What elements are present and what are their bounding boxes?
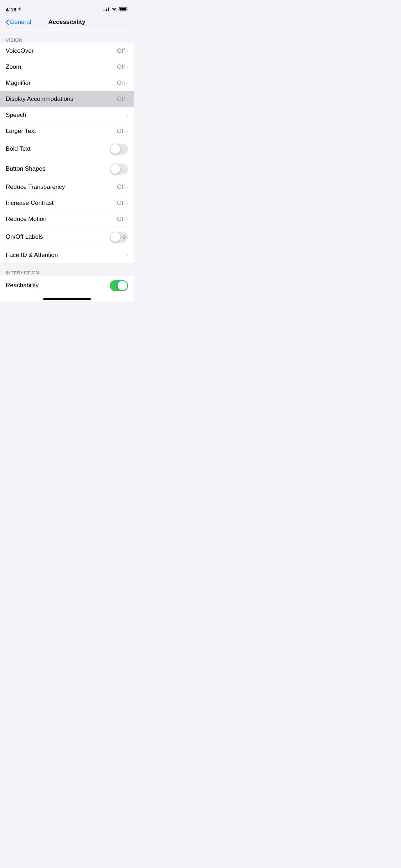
display-accommodations-right: Off › bbox=[117, 95, 128, 103]
larger-text-row[interactable]: Larger Text Off › bbox=[0, 123, 134, 139]
home-indicator bbox=[43, 298, 91, 300]
vision-section-gap: VISION bbox=[0, 30, 134, 43]
interaction-section-gap: INTERACTION bbox=[0, 263, 134, 276]
nav-bar: General Accessibility bbox=[0, 16, 134, 30]
back-label: General bbox=[10, 19, 31, 26]
reduce-transparency-label: Reduce Transparency bbox=[6, 184, 65, 191]
larger-text-chevron-icon: › bbox=[126, 128, 128, 134]
button-shapes-row[interactable]: Button Shapes bbox=[0, 159, 134, 179]
page-title: Accessibility bbox=[48, 19, 86, 26]
svg-rect-3 bbox=[120, 8, 126, 11]
zoom-right: Off › bbox=[117, 63, 128, 71]
svg-point-0 bbox=[114, 10, 115, 11]
zoom-chevron-icon: › bbox=[126, 64, 128, 70]
speech-chevron-icon: › bbox=[126, 112, 128, 118]
svg-rect-2 bbox=[127, 9, 128, 10]
reduce-transparency-row[interactable]: Reduce Transparency Off › bbox=[0, 179, 134, 195]
time-label: 4:18 bbox=[6, 6, 16, 12]
wifi-icon bbox=[111, 7, 117, 11]
magnifier-row[interactable]: Magnifier On › bbox=[0, 75, 134, 91]
bold-text-row[interactable]: Bold Text bbox=[0, 139, 134, 159]
reduce-motion-value: Off bbox=[117, 216, 125, 223]
voiceover-right: Off › bbox=[117, 47, 128, 55]
larger-text-label: Larger Text bbox=[6, 128, 36, 135]
increase-contrast-chevron-icon: › bbox=[126, 200, 128, 206]
reduce-transparency-chevron-icon: › bbox=[126, 184, 128, 190]
bold-text-toggle-knob bbox=[110, 144, 120, 154]
larger-text-right: Off › bbox=[117, 128, 128, 135]
reachability-toggle[interactable] bbox=[110, 280, 128, 291]
status-bar: 4:18 bbox=[0, 0, 134, 16]
face-id-label: Face ID & Attention bbox=[6, 252, 58, 259]
speech-right: › bbox=[126, 112, 128, 118]
increase-contrast-label: Increase Contrast bbox=[6, 200, 53, 207]
signal-icon bbox=[103, 7, 109, 11]
on-off-labels-row[interactable]: On/Off Labels O bbox=[0, 227, 134, 247]
magnifier-right: On › bbox=[117, 79, 128, 87]
back-chevron-icon bbox=[6, 20, 9, 25]
magnifier-value: On bbox=[117, 79, 125, 87]
display-accommodations-label: Display Accommodations bbox=[6, 95, 73, 103]
display-accommodations-value: Off bbox=[117, 95, 125, 103]
battery-icon bbox=[119, 7, 128, 11]
reachability-toggle-knob bbox=[118, 281, 127, 290]
reduce-transparency-value: Off bbox=[117, 184, 125, 191]
button-shapes-toggle-knob bbox=[110, 164, 120, 174]
increase-contrast-row[interactable]: Increase Contrast Off › bbox=[0, 195, 134, 211]
reduce-motion-row[interactable]: Reduce Motion Off › bbox=[0, 211, 134, 227]
display-accommodations-chevron-icon: › bbox=[126, 96, 128, 102]
reduce-motion-label: Reduce Motion bbox=[6, 216, 46, 223]
speech-row[interactable]: Speech › bbox=[0, 107, 134, 123]
voiceover-value: Off bbox=[117, 47, 125, 55]
status-icons bbox=[103, 7, 128, 11]
magnifier-chevron-icon: › bbox=[126, 80, 128, 86]
status-time: 4:18 bbox=[6, 6, 21, 12]
location-icon bbox=[18, 7, 21, 11]
voiceover-label: VoiceOver bbox=[6, 47, 34, 55]
on-off-labels-toggle[interactable]: O bbox=[110, 232, 128, 243]
zoom-label: Zoom bbox=[6, 63, 21, 71]
increase-contrast-right: Off › bbox=[117, 200, 128, 207]
reduce-transparency-right: Off › bbox=[117, 184, 128, 191]
on-off-labels-label: On/Off Labels bbox=[6, 233, 43, 241]
increase-contrast-value: Off bbox=[117, 200, 125, 207]
voiceover-chevron-icon: › bbox=[126, 48, 128, 54]
interaction-group: Reachability bbox=[0, 276, 134, 295]
interaction-header: INTERACTION bbox=[0, 263, 134, 278]
vision-header: VISION bbox=[0, 30, 134, 45]
button-shapes-label: Button Shapes bbox=[6, 165, 46, 172]
face-id-right: › bbox=[126, 252, 128, 258]
toggle-o-label: O bbox=[122, 235, 126, 239]
bold-text-label: Bold Text bbox=[6, 145, 31, 153]
speech-label: Speech bbox=[6, 112, 26, 119]
face-id-row[interactable]: Face ID & Attention › bbox=[0, 247, 134, 263]
face-id-chevron-icon: › bbox=[126, 252, 128, 258]
back-button[interactable]: General bbox=[6, 19, 31, 26]
reduce-motion-right: Off › bbox=[117, 216, 128, 223]
on-off-labels-toggle-knob bbox=[110, 232, 120, 242]
reachability-row[interactable]: Reachability bbox=[0, 276, 134, 295]
bold-text-toggle[interactable] bbox=[110, 144, 128, 155]
voiceover-row[interactable]: VoiceOver Off › bbox=[0, 43, 134, 59]
display-accommodations-row[interactable]: Display Accommodations Off › bbox=[0, 91, 134, 107]
vision-group: VoiceOver Off › Zoom Off › Magnifier On … bbox=[0, 43, 134, 263]
zoom-row[interactable]: Zoom Off › bbox=[0, 59, 134, 75]
reachability-label: Reachability bbox=[6, 282, 39, 289]
larger-text-value: Off bbox=[117, 128, 125, 135]
home-indicator-area bbox=[0, 295, 134, 301]
magnifier-label: Magnifier bbox=[6, 79, 31, 87]
reduce-motion-chevron-icon: › bbox=[126, 216, 128, 222]
button-shapes-toggle[interactable] bbox=[110, 164, 128, 175]
zoom-value: Off bbox=[117, 63, 125, 71]
